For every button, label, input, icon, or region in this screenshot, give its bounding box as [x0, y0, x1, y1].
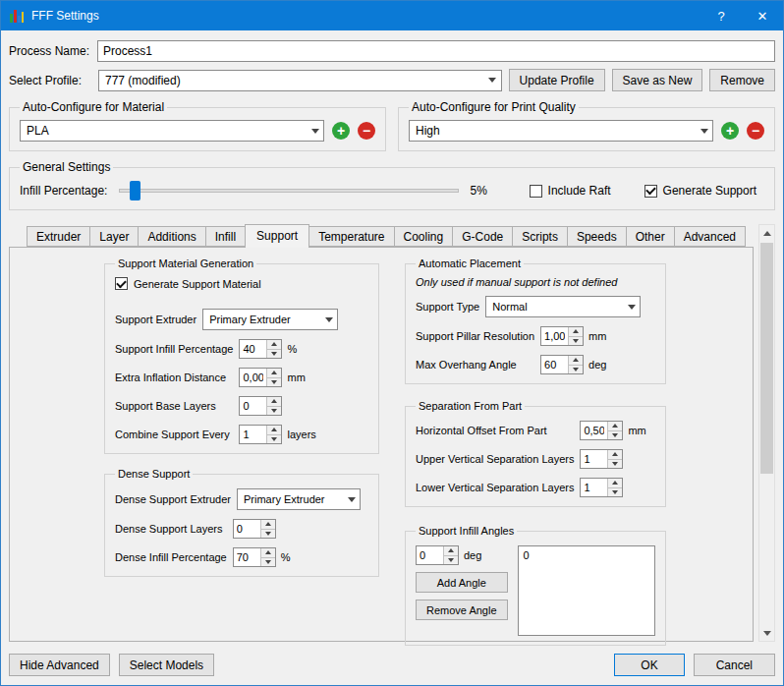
tab-other[interactable]: Other	[626, 226, 675, 247]
dense-support-layers-input[interactable]	[234, 520, 260, 538]
material-value: PLA	[27, 124, 307, 138]
spin-down-icon[interactable]	[444, 556, 458, 565]
spin-down-icon[interactable]	[267, 350, 281, 359]
generate-support-checkbox[interactable]: Generate Support	[644, 184, 756, 198]
spin-up-icon[interactable]	[267, 397, 281, 407]
spin-down-icon[interactable]	[608, 488, 622, 497]
remove-profile-button[interactable]: Remove	[709, 69, 775, 91]
include-raft-checkbox[interactable]: Include Raft	[530, 184, 611, 198]
add-angle-button[interactable]: Add Angle	[416, 572, 508, 593]
spin-down-icon[interactable]	[608, 460, 622, 469]
remove-angle-button[interactable]: Remove Angle	[416, 600, 508, 620]
tab-temperature[interactable]: Temperature	[308, 226, 394, 247]
max-overhang-angle-input[interactable]	[541, 356, 568, 373]
max-overhang-angle-spinner[interactable]	[540, 355, 584, 374]
infill-percentage-label: Infill Percentage:	[20, 184, 107, 198]
infill-angles-list[interactable]: 0	[518, 545, 655, 636]
tab-additions[interactable]: Additions	[138, 226, 205, 247]
spin-down-icon[interactable]	[267, 435, 281, 444]
tab-speeds[interactable]: Speeds	[567, 226, 627, 247]
infill-percentage-slider[interactable]	[119, 181, 458, 200]
spin-up-icon[interactable]	[608, 422, 622, 431]
spin-up-icon[interactable]	[569, 327, 583, 337]
infill-angle-input[interactable]	[417, 546, 443, 564]
remove-material-button[interactable]: −	[358, 122, 375, 140]
cancel-button[interactable]: Cancel	[694, 654, 775, 676]
tab-extruder[interactable]: Extruder	[27, 226, 90, 247]
spin-down-icon[interactable]	[267, 407, 281, 416]
profile-select[interactable]: 777 (modified)	[98, 70, 502, 91]
generate-support-material-label: Generate Support Material	[134, 278, 261, 290]
spin-down-icon[interactable]	[569, 366, 583, 374]
spin-up-icon[interactable]	[267, 369, 281, 378]
update-profile-button[interactable]: Update Profile	[509, 69, 605, 91]
tab-cooling[interactable]: Cooling	[394, 226, 454, 247]
scrollbar-track[interactable]	[759, 241, 774, 625]
slider-thumb[interactable]	[130, 181, 140, 200]
support-base-layers-input[interactable]	[240, 397, 266, 415]
scrollbar[interactable]	[758, 224, 775, 642]
support-infill-percentage-input[interactable]	[240, 340, 266, 358]
support-pillar-resolution-input[interactable]	[541, 327, 568, 345]
tab-gcode[interactable]: G-Code	[452, 226, 513, 247]
generate-support-material-checkbox[interactable]: Generate Support Material	[115, 277, 261, 290]
spin-down-icon[interactable]	[608, 431, 622, 440]
support-type-select[interactable]: Normal	[485, 296, 641, 317]
lower-vertical-separation-spinner[interactable]	[580, 478, 623, 497]
spin-down-icon[interactable]	[261, 558, 275, 567]
combine-support-every-spinner[interactable]	[239, 425, 282, 444]
spin-up-icon[interactable]	[608, 450, 622, 460]
infill-angle-spinner[interactable]	[416, 545, 459, 565]
help-button[interactable]: ?	[700, 1, 742, 30]
save-as-new-button[interactable]: Save as New	[612, 69, 703, 91]
tab-advanced[interactable]: Advanced	[674, 226, 746, 247]
hide-advanced-button[interactable]: Hide Advanced	[9, 654, 110, 676]
add-quality-button[interactable]: +	[721, 122, 739, 140]
support-extruder-select[interactable]: Primary Extruder	[202, 309, 338, 330]
upper-vertical-separation-spinner[interactable]	[580, 449, 623, 469]
add-material-button[interactable]: +	[332, 122, 350, 140]
spin-up-icon[interactable]	[569, 356, 583, 366]
spin-up-icon[interactable]	[267, 340, 281, 350]
spin-up-icon[interactable]	[267, 426, 281, 435]
support-infill-percentage-spinner[interactable]	[239, 339, 282, 359]
close-button[interactable]: ✕	[742, 1, 783, 30]
dense-support-extruder-select[interactable]: Primary Extruder	[237, 488, 361, 510]
upper-vertical-separation-input[interactable]	[581, 450, 607, 468]
spin-down-icon[interactable]	[569, 337, 583, 346]
tab-support[interactable]: Support	[245, 224, 309, 248]
spin-up-icon[interactable]	[444, 546, 458, 556]
extra-inflation-distance-input[interactable]	[240, 369, 266, 386]
support-pillar-resolution-spinner[interactable]	[540, 326, 584, 346]
dense-support-layers-spinner[interactable]	[233, 519, 276, 539]
scrollbar-thumb[interactable]	[760, 243, 773, 474]
horizontal-offset-input[interactable]	[581, 422, 607, 439]
dense-infill-percentage-input[interactable]	[234, 548, 260, 566]
scroll-up-button[interactable]	[759, 225, 774, 241]
spin-up-icon[interactable]	[261, 548, 275, 558]
extra-inflation-distance-spinner[interactable]	[239, 368, 282, 387]
combine-support-every-input[interactable]	[240, 426, 266, 443]
list-item[interactable]: 0	[524, 549, 649, 561]
support-base-layers-label: Support Base Layers	[115, 400, 233, 412]
slider-track[interactable]	[119, 189, 458, 193]
quality-select[interactable]: High	[409, 120, 713, 142]
ok-button[interactable]: OK	[614, 654, 684, 676]
tab-layer[interactable]: Layer	[89, 226, 139, 247]
material-select[interactable]: PLA	[20, 120, 324, 142]
select-models-button[interactable]: Select Models	[119, 654, 214, 676]
spin-down-icon[interactable]	[267, 378, 281, 387]
spin-up-icon[interactable]	[261, 520, 275, 530]
spin-up-icon[interactable]	[608, 479, 622, 488]
dense-infill-percentage-spinner[interactable]	[233, 547, 276, 567]
scroll-down-button[interactable]	[759, 625, 774, 641]
horizontal-offset-spinner[interactable]	[580, 421, 623, 440]
remove-quality-button[interactable]: −	[747, 122, 764, 140]
tab-infill[interactable]: Infill	[205, 226, 246, 247]
process-name-input[interactable]	[97, 40, 775, 62]
tab-scripts[interactable]: Scripts	[512, 226, 568, 247]
support-base-layers-spinner[interactable]	[239, 396, 282, 416]
support-generation-group: Support Material Generation Generate Sup…	[104, 257, 379, 454]
spin-down-icon[interactable]	[261, 530, 275, 539]
lower-vertical-separation-input[interactable]	[581, 479, 607, 496]
